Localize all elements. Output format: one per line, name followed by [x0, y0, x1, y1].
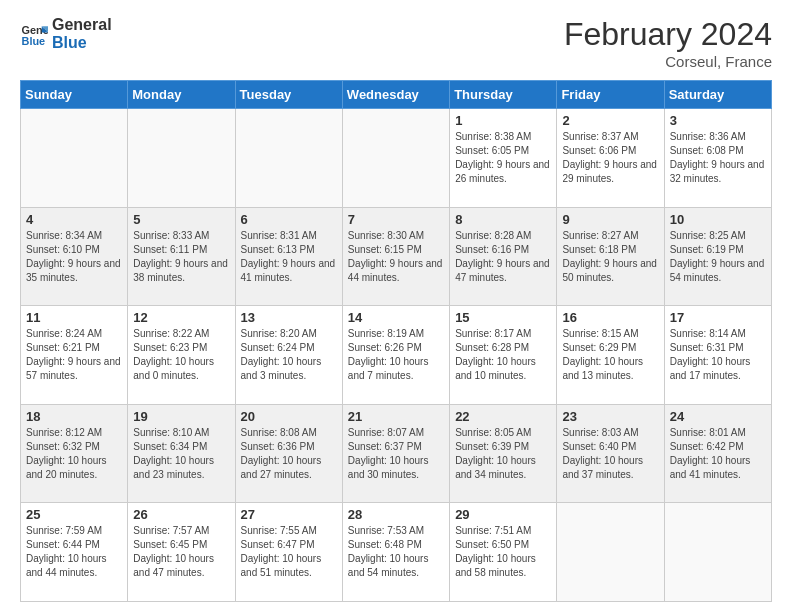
logo-line2: Blue	[52, 34, 112, 52]
calendar-cell: 2Sunrise: 8:37 AM Sunset: 6:06 PM Daylig…	[557, 109, 664, 208]
day-number: 19	[133, 409, 229, 424]
calendar-week-row-1: 4Sunrise: 8:34 AM Sunset: 6:10 PM Daylig…	[21, 207, 772, 306]
calendar-cell: 28Sunrise: 7:53 AM Sunset: 6:48 PM Dayli…	[342, 503, 449, 602]
day-info: Sunrise: 8:01 AM Sunset: 6:42 PM Dayligh…	[670, 426, 766, 482]
calendar-week-row-2: 11Sunrise: 8:24 AM Sunset: 6:21 PM Dayli…	[21, 306, 772, 405]
header-monday: Monday	[128, 81, 235, 109]
day-info: Sunrise: 8:07 AM Sunset: 6:37 PM Dayligh…	[348, 426, 444, 482]
calendar-cell	[235, 109, 342, 208]
header-wednesday: Wednesday	[342, 81, 449, 109]
day-number: 22	[455, 409, 551, 424]
calendar-cell: 23Sunrise: 8:03 AM Sunset: 6:40 PM Dayli…	[557, 404, 664, 503]
logo-icon: General Blue	[20, 20, 48, 48]
day-info: Sunrise: 8:20 AM Sunset: 6:24 PM Dayligh…	[241, 327, 337, 383]
calendar-cell: 16Sunrise: 8:15 AM Sunset: 6:29 PM Dayli…	[557, 306, 664, 405]
day-number: 18	[26, 409, 122, 424]
day-info: Sunrise: 7:53 AM Sunset: 6:48 PM Dayligh…	[348, 524, 444, 580]
day-info: Sunrise: 8:15 AM Sunset: 6:29 PM Dayligh…	[562, 327, 658, 383]
logo-line1: General	[52, 16, 112, 34]
day-info: Sunrise: 8:08 AM Sunset: 6:36 PM Dayligh…	[241, 426, 337, 482]
calendar-cell: 17Sunrise: 8:14 AM Sunset: 6:31 PM Dayli…	[664, 306, 771, 405]
day-info: Sunrise: 8:30 AM Sunset: 6:15 PM Dayligh…	[348, 229, 444, 285]
calendar-cell: 13Sunrise: 8:20 AM Sunset: 6:24 PM Dayli…	[235, 306, 342, 405]
day-info: Sunrise: 8:24 AM Sunset: 6:21 PM Dayligh…	[26, 327, 122, 383]
day-number: 2	[562, 113, 658, 128]
header-tuesday: Tuesday	[235, 81, 342, 109]
calendar-table: Sunday Monday Tuesday Wednesday Thursday…	[20, 80, 772, 602]
day-number: 3	[670, 113, 766, 128]
day-info: Sunrise: 8:38 AM Sunset: 6:05 PM Dayligh…	[455, 130, 551, 186]
day-number: 20	[241, 409, 337, 424]
header-thursday: Thursday	[450, 81, 557, 109]
calendar-cell: 19Sunrise: 8:10 AM Sunset: 6:34 PM Dayli…	[128, 404, 235, 503]
day-info: Sunrise: 8:33 AM Sunset: 6:11 PM Dayligh…	[133, 229, 229, 285]
day-info: Sunrise: 8:31 AM Sunset: 6:13 PM Dayligh…	[241, 229, 337, 285]
day-info: Sunrise: 7:59 AM Sunset: 6:44 PM Dayligh…	[26, 524, 122, 580]
calendar-cell: 25Sunrise: 7:59 AM Sunset: 6:44 PM Dayli…	[21, 503, 128, 602]
day-number: 21	[348, 409, 444, 424]
calendar-cell: 22Sunrise: 8:05 AM Sunset: 6:39 PM Dayli…	[450, 404, 557, 503]
calendar-cell: 1Sunrise: 8:38 AM Sunset: 6:05 PM Daylig…	[450, 109, 557, 208]
calendar-cell: 9Sunrise: 8:27 AM Sunset: 6:18 PM Daylig…	[557, 207, 664, 306]
day-number: 29	[455, 507, 551, 522]
day-info: Sunrise: 8:37 AM Sunset: 6:06 PM Dayligh…	[562, 130, 658, 186]
calendar-cell: 5Sunrise: 8:33 AM Sunset: 6:11 PM Daylig…	[128, 207, 235, 306]
calendar-cell: 12Sunrise: 8:22 AM Sunset: 6:23 PM Dayli…	[128, 306, 235, 405]
calendar-cell	[21, 109, 128, 208]
day-number: 11	[26, 310, 122, 325]
calendar-cell: 3Sunrise: 8:36 AM Sunset: 6:08 PM Daylig…	[664, 109, 771, 208]
day-number: 5	[133, 212, 229, 227]
calendar-cell	[342, 109, 449, 208]
header: General Blue General Blue February 2024 …	[20, 16, 772, 70]
day-info: Sunrise: 8:36 AM Sunset: 6:08 PM Dayligh…	[670, 130, 766, 186]
day-number: 26	[133, 507, 229, 522]
calendar-cell: 24Sunrise: 8:01 AM Sunset: 6:42 PM Dayli…	[664, 404, 771, 503]
day-number: 12	[133, 310, 229, 325]
day-number: 9	[562, 212, 658, 227]
day-info: Sunrise: 8:22 AM Sunset: 6:23 PM Dayligh…	[133, 327, 229, 383]
header-friday: Friday	[557, 81, 664, 109]
calendar-cell: 11Sunrise: 8:24 AM Sunset: 6:21 PM Dayli…	[21, 306, 128, 405]
header-saturday: Saturday	[664, 81, 771, 109]
calendar-week-row-0: 1Sunrise: 8:38 AM Sunset: 6:05 PM Daylig…	[21, 109, 772, 208]
header-sunday: Sunday	[21, 81, 128, 109]
day-info: Sunrise: 8:19 AM Sunset: 6:26 PM Dayligh…	[348, 327, 444, 383]
day-number: 16	[562, 310, 658, 325]
calendar-cell: 27Sunrise: 7:55 AM Sunset: 6:47 PM Dayli…	[235, 503, 342, 602]
day-info: Sunrise: 8:34 AM Sunset: 6:10 PM Dayligh…	[26, 229, 122, 285]
calendar-cell: 20Sunrise: 8:08 AM Sunset: 6:36 PM Dayli…	[235, 404, 342, 503]
day-info: Sunrise: 7:51 AM Sunset: 6:50 PM Dayligh…	[455, 524, 551, 580]
calendar-cell: 14Sunrise: 8:19 AM Sunset: 6:26 PM Dayli…	[342, 306, 449, 405]
calendar-cell: 26Sunrise: 7:57 AM Sunset: 6:45 PM Dayli…	[128, 503, 235, 602]
day-info: Sunrise: 8:25 AM Sunset: 6:19 PM Dayligh…	[670, 229, 766, 285]
page: General Blue General Blue February 2024 …	[0, 0, 792, 612]
day-info: Sunrise: 7:55 AM Sunset: 6:47 PM Dayligh…	[241, 524, 337, 580]
calendar-cell	[664, 503, 771, 602]
svg-text:Blue: Blue	[22, 34, 46, 46]
month-title: February 2024	[564, 16, 772, 53]
day-info: Sunrise: 8:14 AM Sunset: 6:31 PM Dayligh…	[670, 327, 766, 383]
day-info: Sunrise: 8:10 AM Sunset: 6:34 PM Dayligh…	[133, 426, 229, 482]
calendar-cell: 18Sunrise: 8:12 AM Sunset: 6:32 PM Dayli…	[21, 404, 128, 503]
day-info: Sunrise: 7:57 AM Sunset: 6:45 PM Dayligh…	[133, 524, 229, 580]
title-block: February 2024 Corseul, France	[564, 16, 772, 70]
day-number: 15	[455, 310, 551, 325]
calendar-cell: 4Sunrise: 8:34 AM Sunset: 6:10 PM Daylig…	[21, 207, 128, 306]
day-number: 27	[241, 507, 337, 522]
calendar-week-row-4: 25Sunrise: 7:59 AM Sunset: 6:44 PM Dayli…	[21, 503, 772, 602]
day-info: Sunrise: 8:27 AM Sunset: 6:18 PM Dayligh…	[562, 229, 658, 285]
calendar-cell: 7Sunrise: 8:30 AM Sunset: 6:15 PM Daylig…	[342, 207, 449, 306]
day-number: 4	[26, 212, 122, 227]
calendar-cell: 29Sunrise: 7:51 AM Sunset: 6:50 PM Dayli…	[450, 503, 557, 602]
calendar-cell: 8Sunrise: 8:28 AM Sunset: 6:16 PM Daylig…	[450, 207, 557, 306]
day-info: Sunrise: 8:05 AM Sunset: 6:39 PM Dayligh…	[455, 426, 551, 482]
calendar-week-row-3: 18Sunrise: 8:12 AM Sunset: 6:32 PM Dayli…	[21, 404, 772, 503]
day-number: 10	[670, 212, 766, 227]
day-number: 28	[348, 507, 444, 522]
day-number: 6	[241, 212, 337, 227]
day-info: Sunrise: 8:12 AM Sunset: 6:32 PM Dayligh…	[26, 426, 122, 482]
day-number: 23	[562, 409, 658, 424]
calendar-cell: 10Sunrise: 8:25 AM Sunset: 6:19 PM Dayli…	[664, 207, 771, 306]
day-number: 1	[455, 113, 551, 128]
calendar-cell	[128, 109, 235, 208]
